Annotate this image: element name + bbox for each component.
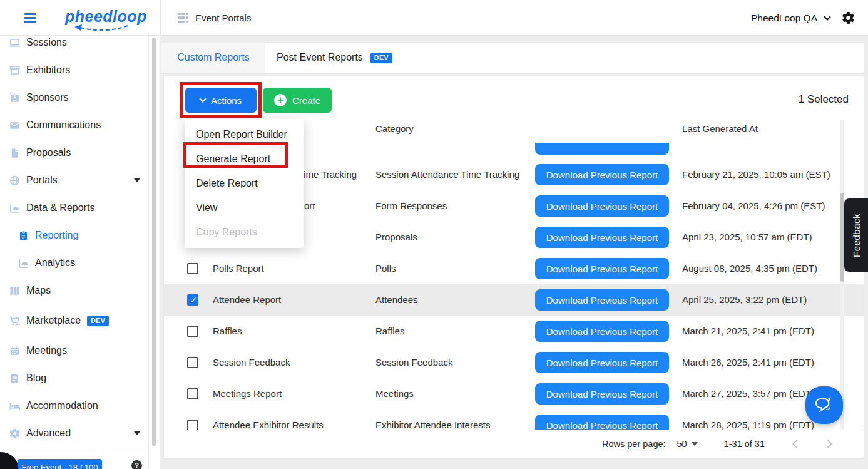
sidebar-border xyxy=(148,36,149,469)
event-portals-nav[interactable]: Event Portals xyxy=(178,0,251,36)
blog-document-icon xyxy=(9,373,21,384)
sidebar-item-proposals[interactable]: Proposals xyxy=(0,139,148,167)
sessions-icon xyxy=(9,37,21,49)
pagination-range: 1-31 of 31 xyxy=(724,439,765,449)
reporting-clipboard-icon xyxy=(18,230,29,242)
sidebar-item-portals[interactable]: Portals xyxy=(0,167,148,194)
chat-widget-button[interactable] xyxy=(805,386,843,424)
corner-avatar-bubble[interactable] xyxy=(0,452,19,469)
apps-grid-icon xyxy=(178,13,188,23)
caret-down-icon xyxy=(692,442,698,446)
create-button[interactable]: Create xyxy=(263,88,332,113)
sidebar-item-blog[interactable]: Blog xyxy=(0,364,148,392)
tab-post-event-reports[interactable]: Post Event Reports DEV xyxy=(265,43,392,73)
meetings-calendar-icon xyxy=(9,345,21,357)
marketplace-cart-icon xyxy=(9,315,21,327)
download-previous-report-button[interactable]: Download Previous Report xyxy=(535,383,669,405)
chat-bubble-icon xyxy=(814,394,835,416)
download-previous-report-button-clipped[interactable] xyxy=(535,143,669,155)
row-checkbox[interactable] xyxy=(187,263,198,274)
help-icon[interactable]: ? xyxy=(131,460,142,469)
table-row[interactable]: Meetings Report Meetings Download Previo… xyxy=(164,378,864,410)
analytics-chart-icon xyxy=(18,257,29,269)
dev-badge: DEV xyxy=(370,53,392,63)
accommodation-bed-icon xyxy=(9,400,21,412)
menu-item-open-report-builder[interactable]: Open Report Builder xyxy=(185,122,304,147)
download-previous-report-button[interactable]: Download Previous Report xyxy=(535,227,669,248)
menu-item-view[interactable]: View xyxy=(185,195,304,220)
hamburger-menu-icon[interactable] xyxy=(24,13,36,24)
rows-per-page-label: Rows per page: xyxy=(602,439,666,449)
chevron-down-icon xyxy=(199,95,206,102)
plus-icon xyxy=(274,94,287,106)
sidebar-item-sponsors[interactable]: Sponsors xyxy=(0,84,148,111)
download-previous-report-button[interactable]: Download Previous Report xyxy=(535,321,669,342)
logo-arrow-icon xyxy=(73,24,130,33)
download-previous-report-button[interactable]: Download Previous Report xyxy=(535,258,669,279)
actions-button[interactable]: Actions xyxy=(185,88,257,113)
plan-badge[interactable]: Free Event - 18 / 100 xyxy=(18,459,102,469)
chevron-down-icon xyxy=(134,431,140,435)
communications-envelope-icon xyxy=(9,120,21,131)
sidebar-item-marketplace[interactable]: Marketplace DEV xyxy=(0,307,148,334)
table-footer: Rows per page: 50 1-31 of 31 xyxy=(164,430,864,458)
chevron-down-icon[interactable] xyxy=(824,13,830,20)
sponsors-icon xyxy=(9,92,21,104)
table-row[interactable]: Session Feedback Session Feedback Downlo… xyxy=(164,347,864,378)
data-reports-chart-icon xyxy=(9,202,21,214)
menu-item-copy-reports: Copy Reports xyxy=(185,220,304,244)
row-checkbox[interactable] xyxy=(187,388,198,399)
advanced-gear-icon xyxy=(9,428,21,440)
sidebar-scrollbar[interactable] xyxy=(152,38,156,446)
chevron-down-icon xyxy=(134,178,140,182)
download-previous-report-button[interactable]: Download Previous Report xyxy=(535,195,669,217)
sidebar: Sessions Exhibitors Sponsors Communicati… xyxy=(0,36,160,469)
pheedloop-logo: pheedloop xyxy=(65,8,147,26)
table-row-selected[interactable]: Attendee Report Attendees Download Previ… xyxy=(164,284,864,316)
rows-per-page-select[interactable]: 50 xyxy=(677,439,698,449)
download-previous-report-button[interactable]: Download Previous Report xyxy=(535,289,669,311)
sidebar-divider xyxy=(0,446,148,446)
previous-page-icon[interactable] xyxy=(792,440,801,448)
selected-count: 1 Selected xyxy=(799,93,849,106)
row-checkbox[interactable] xyxy=(187,294,198,306)
row-checkbox[interactable] xyxy=(187,357,198,368)
download-previous-report-button[interactable]: Download Previous Report xyxy=(535,164,669,185)
maps-icon xyxy=(9,285,21,297)
sidebar-item-analytics[interactable]: Analytics xyxy=(0,249,148,277)
tab-custom-reports[interactable]: Custom Reports xyxy=(161,43,265,73)
sidebar-item-reporting[interactable]: Reporting xyxy=(0,222,148,249)
app-header: pheedloop Event Portals PheedLoop QA xyxy=(0,0,868,36)
table-row[interactable]: Polls Report Polls Download Previous Rep… xyxy=(164,253,864,284)
column-header-category: Category xyxy=(375,123,414,134)
sidebar-item-maps[interactable]: Maps xyxy=(0,277,148,304)
dev-badge: DEV xyxy=(87,316,109,326)
sidebar-item-accommodation[interactable]: Accommodation xyxy=(0,392,148,420)
menu-item-generate-report[interactable]: Generate Report xyxy=(185,147,304,171)
row-checkbox[interactable] xyxy=(187,326,198,337)
table-row[interactable]: Raffles Raffles Download Previous Report… xyxy=(164,316,864,347)
settings-gear-icon[interactable] xyxy=(841,11,855,25)
column-header-last-generated: Last Generated At xyxy=(682,123,758,134)
sidebar-item-exhibitors[interactable]: Exhibitors xyxy=(0,56,148,84)
sidebar-item-meetings[interactable]: Meetings xyxy=(0,337,148,364)
feedback-tab[interactable]: Feedback xyxy=(844,198,868,272)
portals-globe-icon xyxy=(9,175,21,187)
actions-dropdown-menu: Open Report Builder Generate Report Dele… xyxy=(185,119,304,248)
header-divider xyxy=(160,0,161,36)
sidebar-item-communications[interactable]: Communications xyxy=(0,111,148,139)
account-name[interactable]: PheedLoop QA xyxy=(751,13,817,24)
menu-item-delete-report[interactable]: Delete Report xyxy=(185,171,304,195)
next-page-icon[interactable] xyxy=(824,440,832,448)
download-previous-report-button[interactable]: Download Previous Report xyxy=(535,352,669,373)
exhibitors-icon xyxy=(9,64,21,76)
sidebar-item-advanced[interactable]: Advanced xyxy=(0,420,148,447)
sidebar-item-data-reports[interactable]: Data & Reports xyxy=(0,194,148,222)
report-tabs: Custom Reports Post Event Reports DEV xyxy=(161,43,864,73)
proposals-document-icon xyxy=(9,147,21,159)
